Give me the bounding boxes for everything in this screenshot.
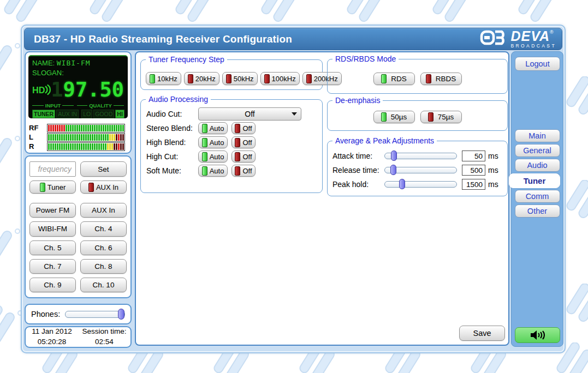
save-button[interactable]: Save [459, 326, 505, 341]
rds-mode-rbds-button[interactable]: RBDS [420, 73, 462, 85]
status-panel: 11 Jan 2012 05:20:28 Session time: 02:54 [25, 326, 132, 348]
channel-ch-9-button[interactable]: Ch. 9 [29, 278, 76, 292]
meter-segment [72, 143, 74, 150]
tab-main[interactable]: Main [515, 129, 560, 142]
meter-segment [103, 134, 104, 141]
freq-step-100khz-button[interactable]: 100kHz [260, 72, 300, 85]
meter-segment [107, 125, 109, 131]
channel-ch-7-button[interactable]: Ch. 7 [29, 259, 76, 274]
green-led-indicator [202, 166, 207, 176]
peak-hold-unit-label: ms [488, 180, 498, 189]
meter-segment [55, 134, 56, 141]
frequency-input[interactable] [29, 161, 76, 177]
meter-segment [92, 134, 93, 141]
soft-mute-auto-button[interactable]: Auto [198, 165, 228, 177]
stereo-blend-off-button[interactable]: Off [231, 122, 256, 134]
peak-hold-slider-thumb[interactable] [399, 179, 405, 189]
tab-general[interactable]: General [515, 144, 560, 157]
peak-hold-label: Peak hold: [332, 180, 384, 189]
de-emphasis-50-s-button[interactable]: 50µs [373, 111, 415, 123]
release-time-slider-thumb[interactable] [390, 165, 396, 175]
source-aux-in-button[interactable]: AUX In [80, 181, 127, 194]
de-emphasis-75-s-button[interactable]: 75µs [420, 111, 462, 123]
peak-hold-slider[interactable] [384, 181, 457, 188]
meter-segment [120, 143, 122, 150]
high-blend-auto-button[interactable]: Auto [198, 136, 228, 148]
channel-ch-4-button[interactable]: Ch. 4 [80, 221, 127, 236]
channel-ch-10-button[interactable]: Ch. 10 [80, 278, 127, 292]
channel-ch-5-button[interactable]: Ch. 5 [29, 240, 76, 255]
volume-button[interactable] [515, 327, 560, 343]
meter-segment [70, 134, 72, 141]
tab-other[interactable]: Other [515, 204, 560, 218]
phones-slider-thumb[interactable] [118, 309, 124, 320]
meter-segment [105, 134, 106, 141]
attack-time-slider-thumb[interactable] [391, 151, 397, 161]
release-time-value-field[interactable]: 500 [462, 165, 485, 176]
rds-mode-rds-button[interactable]: RDS [373, 73, 415, 85]
audio-cut-dropdown[interactable]: Off [198, 107, 301, 121]
page-title: DB37 - HD Radio Streaming Receiver Confi… [34, 33, 292, 45]
meter-segment [116, 125, 117, 131]
high-blend-off-button[interactable]: Off [231, 136, 256, 148]
channel-ch-6-button[interactable]: Ch. 6 [80, 240, 127, 255]
source-tuner-button[interactable]: Tuner [29, 181, 76, 194]
high-cut-auto-button[interactable]: Auto [198, 151, 228, 163]
meter-segment [98, 125, 100, 131]
meter-row-rf: RF [29, 123, 127, 133]
meter-segment [68, 143, 69, 150]
soft-mute-off-button[interactable]: Off [231, 165, 256, 177]
green-led-indicator [381, 74, 387, 83]
freq-step-50khz-button[interactable]: 50kHz [222, 72, 258, 85]
button-label: 75µs [438, 113, 454, 121]
attack-time-row: Attack time:50ms [332, 151, 502, 161]
tab-audio[interactable]: Audio [515, 159, 560, 172]
meter-segment [76, 125, 78, 131]
watermark-logo [166, 0, 221, 25]
meter-segment [111, 134, 113, 141]
channel-power-fm-button[interactable]: Power FM [29, 203, 76, 218]
meter-track [47, 133, 125, 142]
stereo-blend-auto-button[interactable]: Auto [198, 122, 228, 134]
red-led-indicator [226, 74, 231, 83]
meter-segment [81, 134, 82, 141]
meter-segment [72, 134, 74, 141]
channel-aux-in-button[interactable]: AUX In [80, 203, 127, 218]
meter-segment [122, 125, 124, 131]
status-time: 05:20:28 [26, 337, 78, 347]
freq-step-20khz-button[interactable]: 20kHz [184, 72, 219, 85]
release-time-slider[interactable] [384, 167, 457, 173]
meter-segment [72, 125, 74, 131]
high-cut-off-button[interactable]: Off [231, 151, 256, 163]
meter-segment [96, 134, 98, 141]
green-led-indicator [202, 138, 207, 147]
attack-time-value-field[interactable]: 50 [462, 151, 485, 161]
meter-segment [48, 125, 50, 131]
meter-segment [87, 143, 89, 150]
button-label: 10kHz [157, 75, 177, 83]
channel-wibi-fm-button[interactable]: WIBI-FM [29, 221, 76, 236]
watermark-logo [0, 0, 49, 25]
lcd-screen: NAME: WIBI-FM SLOGAN: HD 1 97.50 [28, 55, 128, 118]
deva-logo-mark-icon [480, 29, 508, 46]
tab-comm[interactable]: Comm [515, 190, 560, 203]
button-label: 50kHz [234, 75, 254, 83]
channel-ch-8-button[interactable]: Ch. 8 [80, 259, 127, 274]
peak-hold-value-field[interactable]: 1500 [462, 179, 485, 190]
freq-step-10khz-button[interactable]: 10kHz [146, 72, 181, 85]
meter-segment [100, 143, 102, 150]
tab-tuner[interactable]: Tuner [509, 173, 560, 188]
logout-button[interactable]: Logout [515, 57, 560, 71]
attack-time-slider[interactable] [384, 153, 457, 159]
set-frequency-button[interactable]: Set [80, 161, 127, 177]
meter-segment [63, 125, 65, 131]
meter-segment [61, 143, 63, 150]
group-title: RDS/RBDS Mode [332, 55, 399, 63]
meter-segment [114, 125, 115, 131]
meter-segment [105, 143, 106, 150]
phones-volume-slider[interactable] [65, 311, 125, 318]
meter-segment [57, 143, 58, 150]
watermark-logo [252, 0, 306, 25]
audio-processing-group: Audio Processing Audio Cut: Off Stereo B… [140, 99, 323, 193]
set-button-label: Set [98, 165, 109, 173]
